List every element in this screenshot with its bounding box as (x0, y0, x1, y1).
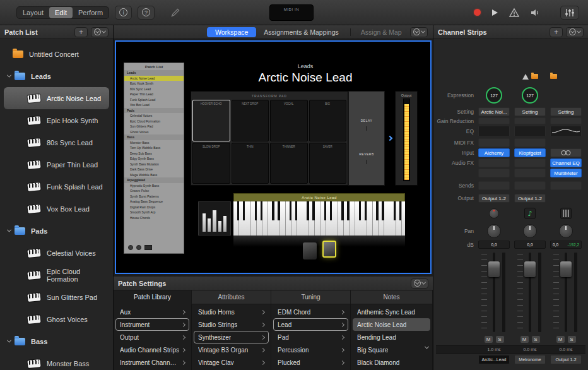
tab-tuning[interactable]: Tuning (271, 290, 351, 304)
pan-knob[interactable] (559, 224, 573, 238)
tab-assignments-mappings[interactable]: Assignments & Mappings (264, 28, 338, 36)
input-slot[interactable]: Alchemy (478, 148, 510, 157)
onscreen-patch-row[interactable]: Digital Rain Drops (124, 205, 184, 210)
onscreen-patch-row[interactable]: Epic Cloud Formation (124, 119, 184, 124)
help-button[interactable]: ? (138, 6, 155, 20)
workspace-action-menu[interactable] (410, 27, 428, 37)
expression-knob[interactable]: 127 (522, 87, 538, 104)
patch-list-item[interactable]: Vox Box Lead (4, 198, 109, 220)
patch-list-item[interactable]: Epic Hook Synth (4, 109, 109, 131)
onscreen-patch-row[interactable]: House Chords (124, 215, 184, 221)
mute-button[interactable]: M (556, 335, 565, 343)
midi-fx-slot[interactable] (514, 138, 546, 147)
transform-pad-cell[interactable]: Vocal (270, 100, 308, 141)
audio-fx-slot[interactable] (514, 169, 546, 177)
tab-notes[interactable]: Notes (351, 290, 433, 304)
setting-slot[interactable]: Arctic Noi... (478, 107, 510, 116)
volume-readout[interactable]: 0,0 (514, 241, 546, 249)
onscreen-patch-row[interactable]: Leads (124, 70, 184, 76)
solo-button[interactable]: S (567, 335, 577, 343)
input-slot[interactable] (550, 148, 582, 157)
strip-name[interactable]: Metronome (514, 355, 546, 364)
patch-list-item[interactable]: Monster Bass (4, 352, 109, 370)
onscreen-patch-row[interactable]: Torn Up Wobble Bass (124, 145, 184, 151)
onscreen-patch-row[interactable]: Pads (124, 108, 184, 114)
library-row[interactable]: Pad (273, 331, 348, 343)
transform-pad-cell[interactable]: Big (309, 100, 347, 141)
send-knob[interactable] (489, 208, 499, 218)
volume-readout[interactable]: 0,0-192,2 (550, 241, 582, 249)
patch-list-item[interactable]: Funk Splash Lead (4, 176, 109, 198)
volume-readout[interactable]: 0,0 (478, 241, 510, 249)
library-row[interactable]: Aux (115, 306, 189, 318)
sustain-pedal-icon[interactable] (322, 241, 336, 258)
transform-pad-cell[interactable]: Saver (309, 143, 347, 184)
disclosure-icon[interactable] (7, 338, 11, 343)
transform-pad-cell[interactable]: Hoover Echo (192, 100, 230, 141)
channel-strips-action-menu[interactable] (566, 27, 584, 37)
strip-name[interactable]: Arctic...Lead (478, 355, 510, 364)
midi-fx-slot[interactable] (478, 138, 510, 147)
mute-button[interactable]: M (484, 335, 493, 343)
eq-thumbnail[interactable] (514, 126, 546, 137)
onscreen-patch-row[interactable]: Sun Glitters Pad (124, 124, 184, 129)
library-row[interactable]: Output (115, 331, 189, 343)
onscreen-patch-row[interactable]: Arpeggiated (124, 177, 184, 183)
perform-mode-button[interactable]: Perform (73, 7, 109, 18)
onscreen-patch-row[interactable]: Funk Splash Lead (124, 97, 184, 103)
info-button[interactable]: i (115, 6, 132, 20)
library-row[interactable]: Vintage B3 Organ (194, 343, 269, 356)
solo-button[interactable]: S (495, 335, 505, 343)
setting-slot[interactable]: Setting (550, 107, 582, 116)
library-row[interactable]: Percussion (273, 343, 348, 356)
add-channel-strip-button[interactable]: + (550, 27, 563, 37)
output-slot[interactable]: Output 1-2 (478, 194, 510, 203)
library-row[interactable]: Black Diamond (353, 356, 430, 369)
library-row[interactable]: Lead (273, 318, 348, 331)
library-row[interactable]: Audio Channel Strips (115, 343, 189, 356)
onscreen-patch-row[interactable]: Groove Pulse (124, 188, 184, 194)
panic-button[interactable] (509, 8, 520, 18)
library-row[interactable]: Instrument Channel... (115, 356, 189, 369)
eq-thumbnail[interactable] (478, 126, 510, 137)
library-row[interactable]: Synthesizer (194, 331, 269, 343)
patch-list-item[interactable]: Arctic Noise Lead (4, 87, 109, 109)
audio-fx-slot[interactable]: MultiMeter (550, 169, 582, 177)
onscreen-patch-list[interactable]: Patch List Leads Arctic Noise Lead Epic … (124, 63, 184, 254)
mute-button[interactable]: M (520, 335, 529, 343)
audio-fx-slot[interactable]: Channel EQ (550, 158, 582, 167)
onscreen-patch-row[interactable]: Arctic Noise Lead (124, 76, 184, 81)
onscreen-patch-row[interactable]: Hypnotic Synth Bass (124, 183, 184, 189)
onscreen-patch-row[interactable]: Dark Bass Drive (124, 167, 184, 172)
patch-group-pads[interactable]: Pads (0, 220, 113, 242)
library-row[interactable]: Big Square (353, 343, 430, 356)
strip-name[interactable]: Output 1-2 (550, 355, 582, 364)
pan-knob[interactable] (487, 224, 501, 238)
onscreen-patch-row[interactable]: Epic Hook Synth (124, 81, 184, 87)
channel-strips-toggle-button[interactable] (560, 6, 579, 20)
library-row[interactable]: Plucked (273, 356, 348, 369)
tab-workspace[interactable]: Workspace (207, 27, 256, 37)
onscreen-patch-row[interactable]: Edgy Synth Bass (124, 156, 184, 162)
patch-group-leads[interactable]: Leads (0, 65, 113, 87)
patch-list-item[interactable]: 80s Sync Lead (4, 131, 109, 153)
master-mute-button[interactable] (530, 8, 541, 17)
library-row[interactable]: EDM Chord (273, 306, 348, 318)
library-row[interactable]: Vintage Clav (194, 356, 269, 369)
fader-cap[interactable] (488, 261, 500, 277)
patch-list-action-menu[interactable] (91, 27, 109, 37)
solo-button[interactable]: S (531, 335, 541, 343)
volume-fader[interactable] (478, 251, 510, 333)
fader-cap[interactable] (524, 261, 536, 277)
library-row[interactable]: Bending Lead (353, 331, 430, 343)
onscreen-patch-row[interactable]: Deep Sub Bass (124, 151, 184, 157)
send-slot[interactable] (478, 181, 510, 190)
disclosure-icon[interactable] (7, 228, 11, 232)
onscreen-patch-row[interactable]: Vox Box Lead (124, 102, 184, 108)
onscreen-patch-row[interactable]: 80s Sync Lead (124, 87, 184, 92)
eq-thumbnail[interactable] (550, 126, 582, 137)
volume-fader[interactable] (514, 251, 546, 333)
tab-patch-library[interactable]: Patch Library (114, 290, 192, 304)
setting-slot[interactable]: Setting (514, 107, 546, 116)
expression-knob[interactable]: 127 (486, 87, 502, 104)
